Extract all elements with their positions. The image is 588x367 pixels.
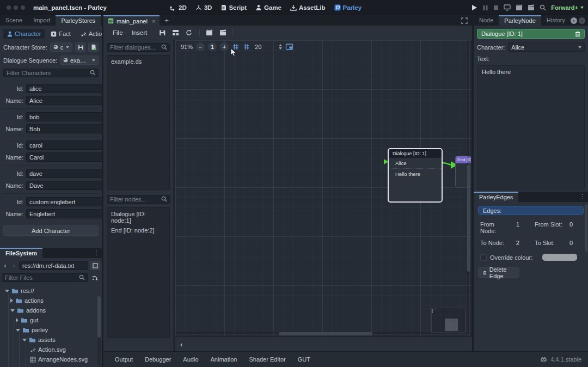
minimap-viewport[interactable]: [445, 319, 458, 331]
dialogue-graph-node[interactable]: Dialogue [ID: 1] Alice Hello there: [388, 148, 443, 203]
tree-row-parley[interactable]: parley: [2, 325, 100, 335]
tree-row-assets[interactable]: assets: [2, 335, 100, 345]
collapse-arrow-icon[interactable]: [22, 339, 27, 341]
filter-characters-input[interactable]: [3, 69, 99, 77]
character-store-button[interactable]: Character: [3, 29, 45, 39]
new-tab-button[interactable]: +: [160, 15, 174, 26]
bottom-tab-gut[interactable]: GUT: [293, 354, 315, 364]
character-id-field[interactable]: [26, 140, 110, 150]
filter-dialogues-input[interactable]: [107, 43, 170, 52]
tree-row-addons[interactable]: addons: [2, 305, 100, 315]
graph-vertical-scrollbar[interactable]: [467, 40, 470, 332]
dialogue-node-title[interactable]: Dialogue [ID: 1]: [389, 149, 442, 158]
movie-maker-icon[interactable]: [516, 4, 523, 11]
menu-parley[interactable]: Parley: [334, 4, 362, 11]
delete-edge-button[interactable]: Delete Edge: [478, 267, 519, 278]
renderer-dropdown[interactable]: Forward+: [551, 4, 584, 11]
tree-row-arrangenodes-svg[interactable]: ArrangeNodes.svg: [2, 354, 100, 364]
collapse-arrow-icon[interactable]: [5, 290, 9, 292]
character-name-field[interactable]: [26, 124, 110, 133]
filter-nodes-input[interactable]: [107, 195, 170, 204]
bottom-tab-animation[interactable]: Animation: [206, 354, 242, 364]
dialogue-sequence-dropdown[interactable]: example.: [60, 56, 99, 65]
dock-menu-icon[interactable]: ⋮: [577, 192, 588, 202]
dialogue-text-area[interactable]: Hello there: [477, 65, 585, 189]
input-port[interactable]: [384, 159, 388, 164]
tree-row-action-svg[interactable]: Action.svg: [2, 345, 100, 354]
close-tab-icon[interactable]: ×: [152, 18, 155, 25]
test-dialogue-button[interactable]: [203, 28, 216, 37]
collapse-arrow-icon[interactable]: [16, 329, 20, 332]
delete-node-button[interactable]: [575, 30, 580, 38]
tab-filesystem[interactable]: FileSystem: [0, 248, 42, 258]
tab-scene[interactable]: Scene: [0, 15, 28, 26]
character-store-dropdown[interactable]: cha: [50, 42, 72, 52]
graph-horizontal-scrollbar[interactable]: [175, 332, 471, 335]
arrange-nodes-button[interactable]: [169, 28, 182, 37]
history-back-icon[interactable]: ‹: [2, 262, 9, 270]
test-dialogue-from-start-button[interactable]: [217, 28, 229, 37]
tab-import[interactable]: Import: [28, 15, 56, 26]
menu-3d[interactable]: 3D: [195, 4, 212, 11]
expand-arrow-icon[interactable]: [10, 298, 13, 303]
character-name-field[interactable]: [26, 209, 110, 218]
override-colour-checkbox[interactable]: [480, 254, 487, 261]
scene-tab-main-panel[interactable]: main_panel ×: [103, 15, 160, 26]
stop-button[interactable]: [493, 5, 499, 10]
tab-parleynode[interactable]: ParleyNode: [499, 15, 541, 26]
refresh-button[interactable]: [183, 28, 195, 37]
tree-row-actions[interactable]: actions: [2, 296, 100, 305]
menu-script[interactable]: Script: [220, 4, 247, 11]
play-button[interactable]: [471, 4, 477, 11]
character-id-field[interactable]: [26, 197, 110, 206]
expand-panel-icon[interactable]: [461, 17, 468, 24]
tree-row-res[interactable]: res://: [2, 286, 100, 296]
character-id-field[interactable]: [26, 169, 110, 178]
colour-swatch[interactable]: [542, 254, 577, 261]
object-history-back-icon[interactable]: ‹: [571, 17, 577, 24]
character-id-field[interactable]: [26, 84, 110, 93]
tab-history[interactable]: History: [541, 15, 571, 26]
save-store-button[interactable]: [75, 42, 85, 52]
window-maximize-dot[interactable]: [21, 5, 25, 10]
save-dialogue-button[interactable]: [156, 28, 168, 37]
node-list-item[interactable]: Dialogue [ID: node:1]: [111, 211, 166, 224]
bottom-tab-debugger[interactable]: Debugger: [140, 354, 176, 364]
filesystem-scrollbar[interactable]: [97, 296, 101, 366]
parleyedges-scrollbar[interactable]: [585, 204, 587, 252]
sort-files-button[interactable]: [90, 273, 100, 283]
pause-button[interactable]: [482, 5, 488, 11]
tab-parleystores[interactable]: ParleyStores: [56, 15, 101, 26]
add-character-button[interactable]: Add Character: [3, 225, 99, 236]
node-list-item[interactable]: End [ID: node:2]: [111, 227, 166, 234]
remote-debug-icon[interactable]: [504, 4, 511, 11]
menu-game[interactable]: Game: [255, 4, 281, 11]
bottom-tab-output[interactable]: Output: [110, 354, 138, 364]
character-name-field[interactable]: [26, 181, 110, 190]
tab-parleyedges[interactable]: ParleyEdges: [474, 192, 518, 202]
tree-row-gut[interactable]: gut: [2, 315, 100, 325]
expand-arrow-icon[interactable]: [16, 318, 19, 322]
collapse-arrow-icon[interactable]: [10, 309, 15, 312]
window-close-dot[interactable]: [7, 5, 11, 10]
dialogue-file-item[interactable]: example.ds: [111, 58, 166, 65]
character-select-dropdown[interactable]: Alice: [508, 42, 585, 52]
split-view-button[interactable]: [90, 261, 100, 270]
file-menu[interactable]: File: [109, 28, 127, 37]
menu-assetlib[interactable]: AssetLib: [290, 4, 326, 11]
collapse-sidebar-icon[interactable]: ‹: [175, 340, 187, 348]
dock-menu-icon[interactable]: ⋮: [91, 248, 102, 258]
character-name-field[interactable]: [26, 152, 110, 162]
new-script-button[interactable]: [88, 42, 99, 52]
window-controls[interactable]: [7, 5, 28, 10]
history-forward-icon[interactable]: ›: [10, 262, 17, 270]
movie-clapper-icon[interactable]: [528, 4, 535, 11]
object-history-forward-icon[interactable]: ›: [579, 17, 585, 24]
filter-files-input[interactable]: [2, 273, 88, 282]
character-id-field[interactable]: [26, 112, 110, 121]
profiler-icon[interactable]: [540, 4, 546, 11]
edges-section-header[interactable]: Edges:: [478, 206, 584, 215]
graph-canvas[interactable]: 91% − 1 + 20 Dialogue [ID: 1: [175, 40, 471, 336]
menu-2d[interactable]: 2D: [170, 4, 187, 11]
character-name-field[interactable]: [26, 96, 110, 105]
